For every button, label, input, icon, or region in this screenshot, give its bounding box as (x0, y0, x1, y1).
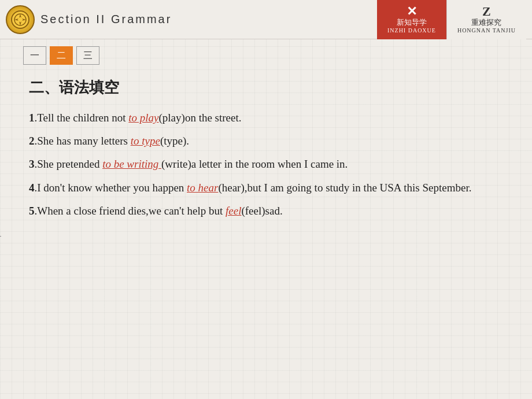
main-content: 二、语法填空 1.Tell the children not to play(p… (0, 72, 532, 236)
q2-answer: to type (131, 135, 160, 147)
q5-before: .When a close friend dies,we can't help … (35, 205, 226, 217)
q4-after: (hear),but I am going to study in the US… (218, 182, 471, 194)
page-number: -4- (0, 231, 524, 241)
q5-answer: feel (226, 205, 241, 217)
q1-num: 1 (29, 112, 35, 124)
badge2-line1: 重难探究 (471, 18, 501, 27)
tab-1[interactable]: 一 (23, 46, 46, 65)
badge-zhongnan: Z 重难探究 HONGNAN TANJIU (446, 0, 526, 39)
z-icon: Z (482, 5, 491, 18)
q1-answer: to play (128, 112, 158, 124)
q5-after: (feel)sad. (241, 205, 282, 217)
x-icon: ✕ (407, 5, 417, 18)
q1-before: .Tell the children not (35, 112, 129, 124)
question-5: 5.When a close friend dies,we can't help… (29, 201, 503, 221)
badge-xinzhi: ✕ 新知导学 INZHI DAOXUE (377, 0, 446, 39)
nav-tabs: 一 二 三 (0, 39, 532, 72)
logo-icon (6, 5, 35, 34)
q3-answer: to be writing (102, 158, 161, 170)
q4-num: 4 (29, 182, 35, 194)
header: Section II Grammar ✕ 新知导学 INZHI DAOXUE Z… (0, 0, 532, 39)
q3-num: 3 (29, 158, 35, 170)
question-4: 4.I don't know whether you happen to hea… (29, 178, 503, 198)
header-right: ✕ 新知导学 INZHI DAOXUE Z 重难探究 HONGNAN TANJI… (377, 0, 526, 39)
header-left: Section II Grammar (6, 5, 172, 34)
q2-num: 2 (29, 135, 35, 147)
tab-2[interactable]: 二 (50, 46, 73, 65)
badge1-line2: INZHI DAOXUE (387, 27, 436, 34)
tab-3[interactable]: 三 (76, 46, 99, 65)
badge1-line1: 新知导学 (397, 18, 427, 27)
q4-answer: to hear (187, 182, 218, 194)
question-3: 3.She pretended to be writing (write)a l… (29, 154, 503, 174)
q3-before: .She pretended (35, 158, 103, 170)
question-2: 2.She has many letters to type(type). (29, 131, 503, 151)
q4-before: .I don't know whether you happen (35, 182, 187, 194)
q2-after: (type). (160, 135, 189, 147)
q5-num: 5 (29, 205, 35, 217)
q2-before: .She has many letters (35, 135, 131, 147)
q1-after: (play)on the street. (159, 112, 242, 124)
header-title: Section II Grammar (40, 13, 172, 26)
question-1: 1.Tell the children not to play(play)on … (29, 108, 503, 128)
q3-after: (write)a letter in the room when I came … (161, 158, 348, 170)
badge2-line2: HONGNAN TANJIU (457, 27, 516, 34)
section-title: 二、语法填空 (29, 77, 503, 98)
